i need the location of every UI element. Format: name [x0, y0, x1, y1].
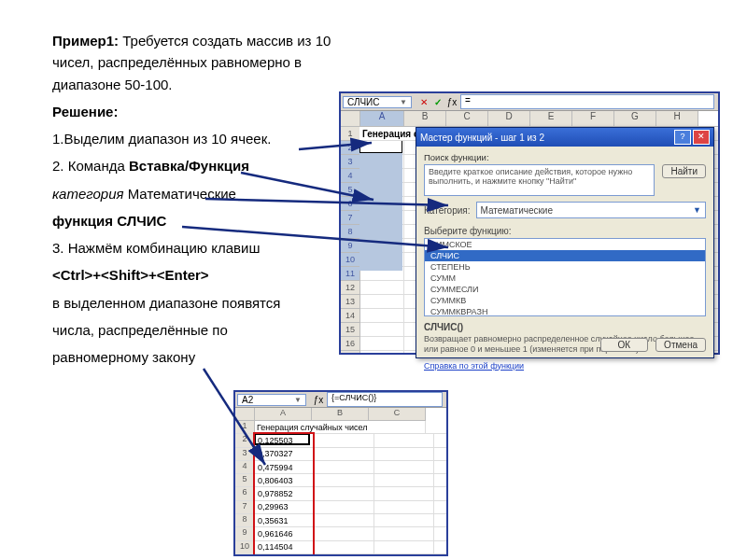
cell[interactable]: 0,35631 — [255, 514, 315, 526]
formula-bar[interactable]: {=СЛЧИС()} — [327, 392, 443, 407]
row-header[interactable]: 17 — [341, 351, 360, 355]
row-header[interactable]: 5 — [341, 183, 360, 197]
row-header[interactable]: 4 — [341, 169, 360, 183]
row-header[interactable]: 8 — [341, 225, 360, 239]
row-header[interactable]: 11 — [341, 267, 360, 281]
cell[interactable] — [315, 527, 374, 539]
name-box[interactable]: A2▼ — [237, 394, 306, 406]
name-box[interactable]: СЛЧИС▼ — [343, 96, 412, 108]
cell[interactable] — [315, 434, 374, 446]
close-button[interactable]: ✕ — [693, 130, 710, 145]
cell[interactable] — [360, 295, 404, 308]
accept-icon[interactable]: ✓ — [431, 97, 444, 107]
column-header[interactable]: C — [446, 111, 488, 126]
row-header[interactable]: 6 — [235, 487, 255, 499]
function-list-item[interactable]: СУММКВРАЗН — [425, 306, 705, 316]
column-header[interactable]: F — [572, 111, 614, 126]
cell[interactable] — [315, 541, 374, 553]
function-list-item[interactable]: РИМСКОЕ — [425, 239, 705, 250]
cell[interactable] — [374, 474, 434, 486]
cell[interactable] — [360, 351, 404, 355]
row-header[interactable]: 1 — [235, 421, 255, 433]
cell[interactable] — [374, 501, 434, 513]
row-header[interactable]: 16 — [341, 337, 360, 351]
cell[interactable] — [374, 527, 434, 539]
cell[interactable] — [360, 281, 404, 294]
function-list-item[interactable]: СТЕПЕНЬ — [425, 261, 705, 273]
search-input[interactable]: Введите краткое описание действия, котор… — [424, 164, 655, 196]
cell[interactable] — [374, 514, 434, 526]
cell[interactable] — [374, 487, 434, 499]
fx-icon[interactable]: ƒx — [445, 97, 458, 107]
column-header[interactable]: A — [360, 111, 404, 126]
cell[interactable] — [315, 474, 374, 486]
cell[interactable] — [315, 554, 374, 556]
row-header[interactable]: 10 — [235, 541, 255, 553]
cell[interactable]: 0,978852 — [255, 487, 315, 499]
cell[interactable] — [315, 501, 374, 513]
cell[interactable]: 0,961646 — [255, 527, 315, 539]
row-header[interactable]: 3 — [341, 155, 360, 169]
row-header[interactable]: 9 — [235, 527, 255, 539]
row-header[interactable]: 12 — [341, 281, 360, 295]
cell[interactable] — [374, 434, 434, 446]
help-link[interactable]: Справка по этой функции — [424, 361, 524, 371]
row-header[interactable]: 4 — [235, 461, 255, 473]
cell[interactable] — [374, 554, 434, 556]
merged-title-cell[interactable]: Генерация случайных чисел — [255, 421, 426, 433]
column-header[interactable]: H — [656, 111, 698, 126]
cell[interactable] — [374, 448, 434, 460]
function-list-item[interactable]: СЛЧИС — [425, 250, 705, 261]
cell[interactable] — [315, 487, 374, 499]
row-header[interactable]: 7 — [341, 211, 360, 225]
column-header[interactable]: B — [312, 408, 369, 421]
row-header[interactable]: 9 — [341, 239, 360, 253]
function-list-item[interactable]: СУММКВ — [425, 295, 705, 306]
row-header[interactable]: 5 — [235, 474, 255, 486]
function-list-item[interactable]: СУММЕСЛИ — [425, 284, 705, 295]
cell[interactable]: 0,370327 — [255, 448, 315, 460]
find-button[interactable]: Найти — [662, 164, 706, 178]
cancel-button[interactable]: Отмена — [655, 338, 706, 352]
cell[interactable] — [360, 309, 404, 322]
row-header[interactable]: 14 — [341, 309, 360, 323]
formula-bar[interactable]: = — [460, 94, 714, 109]
cell[interactable] — [360, 337, 404, 350]
cell[interactable] — [315, 514, 374, 526]
cell[interactable] — [315, 448, 374, 460]
cell[interactable] — [360, 323, 404, 336]
row-header[interactable]: 6 — [341, 197, 360, 211]
ok-button[interactable]: ОК — [600, 338, 649, 352]
row-header[interactable]: 3 — [235, 448, 255, 460]
cell[interactable]: 0,806403 — [255, 474, 315, 486]
row-header[interactable]: 2 — [341, 141, 360, 155]
column-header[interactable]: B — [404, 111, 446, 126]
cell[interactable]: 0,125503 — [255, 434, 315, 446]
row-header[interactable]: 13 — [341, 295, 360, 309]
cell[interactable]: 0,114504 — [255, 541, 315, 553]
column-header[interactable]: C — [369, 408, 426, 421]
row-header[interactable]: 2 — [235, 434, 255, 446]
column-header[interactable]: G — [614, 111, 656, 126]
row-header[interactable]: 15 — [341, 323, 360, 337]
row-header[interactable]: 7 — [235, 501, 255, 513]
column-header[interactable]: E — [530, 111, 572, 126]
row-header[interactable]: 8 — [235, 514, 255, 526]
fx-icon[interactable]: ƒx — [312, 395, 325, 405]
row-header[interactable]: 1 — [341, 127, 360, 141]
column-header[interactable]: A — [255, 408, 312, 421]
cell[interactable] — [374, 541, 434, 553]
category-combo[interactable]: Математические ▼ — [476, 202, 706, 218]
row-header[interactable]: 11 — [235, 554, 255, 556]
row-header[interactable]: 10 — [341, 253, 360, 267]
cell[interactable]: 0,475994 — [255, 461, 315, 473]
function-list[interactable]: РИМСКОЕСЛЧИССТЕПЕНЬСУММСУММЕСЛИСУММКВСУМ… — [424, 238, 706, 316]
cell[interactable] — [374, 461, 434, 473]
function-list-item[interactable]: СУММ — [425, 273, 705, 284]
cell[interactable]: 0,29963 — [255, 501, 315, 513]
column-header[interactable]: D — [488, 111, 530, 126]
help-button[interactable]: ? — [674, 130, 691, 145]
cancel-icon[interactable]: ✕ — [417, 97, 430, 107]
cell[interactable] — [315, 461, 374, 473]
cell[interactable]: 0,091843 — [255, 554, 315, 556]
